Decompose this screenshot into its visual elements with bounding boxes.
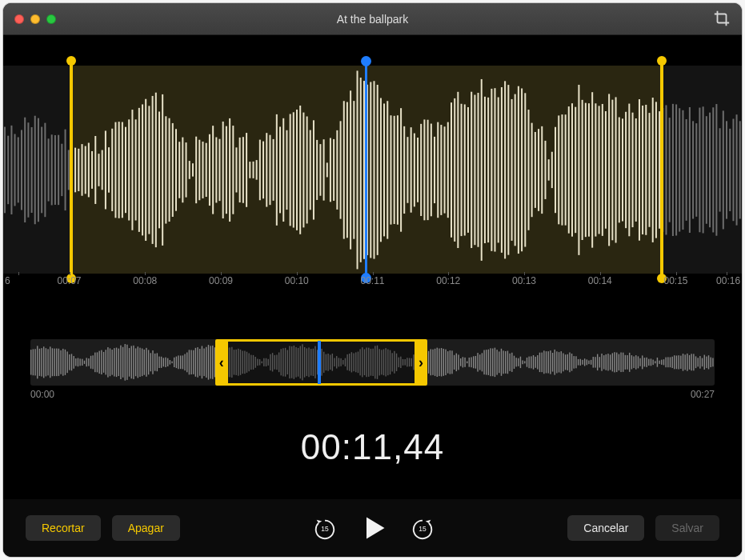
- svg-rect-181: [611, 100, 613, 241]
- svg-rect-273: [144, 350, 145, 375]
- svg-rect-287: [174, 358, 174, 367]
- skip-forward-15-icon[interactable]: 15: [411, 516, 435, 540]
- cancel-button[interactable]: Cancelar: [567, 515, 644, 541]
- svg-rect-118: [400, 108, 402, 231]
- overview-selection[interactable]: ‹ ›: [215, 339, 427, 386]
- svg-rect-173: [585, 103, 587, 238]
- svg-rect-179: [605, 111, 607, 229]
- svg-rect-161: [544, 141, 546, 199]
- svg-rect-70: [239, 138, 241, 202]
- svg-rect-47: [162, 94, 163, 246]
- svg-rect-259: [114, 348, 114, 376]
- svg-rect-477: [580, 359, 581, 366]
- overview-handle-right[interactable]: ›: [415, 342, 427, 383]
- svg-rect-473: [571, 354, 572, 371]
- svg-rect-532: [698, 358, 699, 366]
- svg-rect-239: [71, 354, 72, 370]
- zoom-window-button[interactable]: [46, 14, 56, 24]
- svg-rect-100: [340, 121, 342, 218]
- svg-rect-413: [443, 349, 444, 376]
- svg-rect-138: [467, 107, 469, 233]
- svg-rect-416: [450, 350, 451, 374]
- svg-rect-13: [48, 138, 50, 201]
- svg-rect-192: [649, 113, 651, 227]
- svg-rect-433: [486, 350, 487, 374]
- svg-rect-152: [515, 94, 516, 246]
- svg-rect-149: [504, 81, 506, 258]
- svg-rect-25: [88, 143, 90, 198]
- main-waveform[interactable]: [3, 66, 742, 274]
- close-window-button[interactable]: [14, 14, 24, 24]
- delete-button[interactable]: Apagar: [112, 515, 180, 541]
- svg-rect-127: [431, 124, 432, 217]
- svg-rect-466: [556, 351, 557, 373]
- skip-back-15-icon[interactable]: 15: [313, 516, 337, 540]
- svg-rect-200: [675, 104, 677, 235]
- svg-rect-60: [206, 143, 207, 197]
- svg-rect-122: [414, 134, 415, 207]
- svg-rect-276: [150, 353, 151, 371]
- svg-rect-497: [623, 353, 623, 372]
- svg-rect-144: [487, 98, 489, 242]
- svg-rect-142: [481, 79, 483, 261]
- svg-rect-469: [563, 353, 563, 371]
- svg-rect-431: [482, 353, 483, 371]
- minimize-window-button[interactable]: [30, 14, 40, 24]
- svg-rect-485: [597, 354, 598, 370]
- svg-rect-183: [619, 118, 620, 223]
- svg-rect-436: [492, 349, 493, 377]
- svg-rect-423: [464, 358, 465, 367]
- svg-rect-525: [683, 354, 683, 371]
- overview-handle-left[interactable]: ‹: [215, 342, 228, 383]
- ruler-tick: 00:10: [258, 275, 334, 293]
- svg-rect-193: [652, 98, 654, 242]
- svg-rect-288: [176, 357, 177, 369]
- svg-rect-421: [460, 358, 461, 366]
- svg-rect-271: [139, 348, 140, 377]
- svg-rect-151: [511, 99, 513, 241]
- svg-rect-502: [633, 356, 634, 368]
- svg-rect-39: [135, 119, 137, 220]
- svg-rect-159: [538, 129, 539, 211]
- titlebar[interactable]: At the ballpark: [3, 3, 742, 35]
- svg-rect-178: [602, 104, 603, 236]
- trim-handle-left[interactable]: [70, 61, 73, 278]
- svg-rect-82: [279, 126, 281, 213]
- svg-rect-452: [527, 358, 527, 367]
- svg-rect-481: [588, 361, 589, 365]
- play-icon[interactable]: [359, 514, 388, 542]
- svg-rect-45: [155, 93, 157, 247]
- svg-rect-130: [440, 125, 442, 215]
- svg-rect-140: [474, 95, 475, 246]
- overview-strip[interactable]: ‹ ›: [30, 339, 715, 386]
- ruler-tick: 00:07: [31, 275, 107, 293]
- svg-rect-514: [659, 361, 659, 364]
- svg-rect-172: [582, 100, 583, 240]
- svg-rect-264: [125, 344, 126, 381]
- svg-rect-516: [663, 359, 664, 365]
- svg-rect-133: [451, 102, 452, 238]
- svg-rect-509: [648, 359, 649, 366]
- svg-rect-98: [333, 139, 334, 201]
- svg-rect-427: [473, 356, 474, 368]
- svg-rect-484: [595, 357, 595, 367]
- trim-handle-right[interactable]: [660, 61, 663, 278]
- svg-rect-80: [273, 139, 274, 201]
- overview-playhead[interactable]: [318, 341, 321, 384]
- overview-time-labels: 00:00 00:27: [30, 389, 715, 400]
- svg-rect-73: [249, 162, 250, 178]
- svg-rect-253: [101, 350, 102, 374]
- playhead[interactable]: [365, 61, 367, 278]
- svg-rect-531: [695, 356, 696, 368]
- svg-rect-479: [584, 358, 585, 366]
- svg-rect-247: [88, 358, 89, 366]
- svg-rect-27: [94, 136, 96, 204]
- crop-icon[interactable]: [713, 10, 731, 30]
- svg-rect-59: [202, 142, 204, 198]
- svg-rect-457: [537, 355, 538, 370]
- svg-rect-145: [491, 89, 492, 251]
- trim-button[interactable]: Recortar: [26, 515, 101, 541]
- svg-rect-143: [484, 97, 486, 243]
- svg-rect-474: [574, 356, 575, 369]
- svg-rect-450: [522, 360, 523, 364]
